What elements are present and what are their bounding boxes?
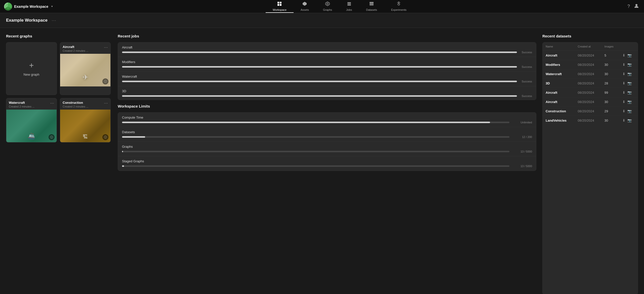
limit-datasets-name: Datasets — [122, 130, 532, 134]
recent-datasets-title: Recent datasets — [542, 34, 638, 38]
job-aircraft-bar-row: Success — [122, 51, 532, 54]
job-item-aircraft: Aircraft Success — [118, 42, 536, 57]
graph-card-construction[interactable]: Construction Created 2 minutes ... ⋯ 🏗 ⓘ — [60, 98, 111, 142]
chevron-down-icon: ▾ — [51, 5, 53, 8]
svg-marker-5 — [303, 2, 307, 6]
svg-rect-4 — [280, 4, 281, 6]
dataset-count-6: 29 — [601, 107, 620, 116]
graph-card-construction-info-button[interactable]: ⓘ — [102, 134, 108, 140]
dataset-date-6: 08/20/2024 — [575, 107, 601, 116]
dataset-count-1: 30 — [601, 60, 620, 69]
graph-card-watercraft-more-icon[interactable]: ⋯ — [50, 101, 54, 106]
datasets-col-actions — [619, 42, 638, 51]
dataset-camera-btn-4[interactable]: 📷 — [627, 90, 632, 94]
dataset-camera-btn-6[interactable]: 📷 — [627, 109, 632, 113]
job-modifiers-bar-fill — [122, 66, 517, 68]
limit-graphs-bar-row: 13 / 5000 — [122, 150, 532, 153]
graph-card-watercraft[interactable]: Watercraft Created 2 minutes ... ⋯ 🚢 ⓘ — [6, 98, 57, 142]
graph-card-watercraft-info-button[interactable]: ⓘ — [49, 134, 55, 140]
tab-jobs[interactable]: Jobs — [339, 0, 359, 13]
tab-graphs[interactable]: Graphs — [316, 0, 339, 13]
job-aircraft-status: Success — [519, 51, 532, 54]
help-icon[interactable]: ? — [627, 4, 630, 9]
limit-staged-graphs-bar-row: 13 / 5000 — [122, 165, 532, 168]
tab-experiments[interactable]: Experiments — [384, 0, 414, 13]
new-graph-label: New graph — [24, 73, 39, 76]
graphs-tab-icon — [325, 1, 330, 8]
limits-list: Compute Time Unlimited Datasets 1 — [118, 112, 536, 171]
jobs-list: Aircraft Success Modifiers Succes — [118, 42, 536, 100]
graph-card-aircraft[interactable]: Aircraft Created 2 minutes ... ⋯ ✈ ⓘ — [60, 42, 111, 95]
dataset-actions-7: ⬇ 📷 — [619, 116, 638, 125]
dataset-date-2: 08/20/2024 — [575, 69, 601, 79]
job-item-modifiers: Modifiers Success — [118, 57, 536, 72]
limit-graphs-fill — [122, 151, 123, 152]
limit-compute-time-fill — [122, 122, 490, 123]
recent-graphs-title: Recent graphs — [6, 34, 112, 38]
dataset-date-1: 08/20/2024 — [575, 60, 601, 69]
graph-card-aircraft-date: Created 2 minutes ... — [63, 49, 88, 52]
dataset-download-btn-6[interactable]: ⬇ — [622, 109, 625, 113]
recent-graphs-section: Recent graphs + New graph Aircraft Creat… — [6, 34, 112, 294]
dataset-camera-btn-5[interactable]: 📷 — [627, 100, 632, 104]
svg-rect-8 — [347, 2, 351, 3]
dataset-download-btn-4[interactable]: ⬇ — [622, 90, 625, 94]
dataset-row-3: 3D 08/20/2024 28 ⬇ 📷 — [543, 79, 638, 88]
graph-card-construction-more-icon[interactable]: ⋯ — [104, 101, 108, 106]
nav-right-actions: ? — [622, 3, 644, 10]
dataset-camera-btn-2[interactable]: 📷 — [627, 72, 632, 76]
dataset-count-0: 5 — [601, 51, 620, 60]
limit-graphs-name: Graphs — [122, 145, 532, 149]
dataset-download-btn-5[interactable]: ⬇ — [622, 100, 625, 104]
graph-card-aircraft-name: Aircraft — [63, 45, 88, 49]
graph-card-aircraft-more-icon[interactable]: ⋯ — [104, 45, 108, 50]
dataset-download-btn-7[interactable]: ⬇ — [622, 118, 625, 122]
dataset-camera-btn-0[interactable]: 📷 — [627, 53, 632, 57]
job-3d-bar-row: Success — [122, 94, 532, 97]
job-modifiers-bar-row: Success — [122, 65, 532, 68]
recent-datasets-section: Recent datasets Name Created at Images A… — [542, 34, 638, 294]
limit-staged-graphs-name: Staged Graphs — [122, 159, 532, 163]
workspace-limits-title: Workspace Limits — [118, 104, 536, 108]
dataset-row-6: Construction 08/20/2024 29 ⬇ 📷 — [543, 107, 638, 116]
svg-line-15 — [397, 2, 399, 3]
svg-rect-2 — [280, 2, 281, 4]
limit-datasets-fill — [122, 136, 145, 138]
dataset-row-1: Modifiers 08/20/2024 30 ⬇ 📷 — [543, 60, 638, 69]
dataset-actions-4: ⬇ 📷 — [619, 88, 638, 97]
job-watercraft-status: Success — [519, 80, 532, 83]
workspace-header: Example Workspace ⋯ — [0, 13, 644, 28]
limit-datasets: Datasets 12 / 200 — [118, 127, 536, 142]
dataset-download-btn-1[interactable]: ⬇ — [622, 63, 625, 67]
job-3d-name: 3D — [122, 89, 532, 93]
dataset-row-0: Aircraft 08/20/2024 5 ⬇ 📷 — [543, 51, 638, 60]
dataset-camera-btn-3[interactable]: 📷 — [627, 81, 632, 85]
dataset-date-0: 08/20/2024 — [575, 51, 601, 60]
tab-workspace[interactable]: Workspace — [266, 0, 294, 13]
dataset-row-2: Watercraft 08/20/2024 30 ⬇ 📷 — [543, 69, 638, 79]
svg-line-16 — [399, 2, 400, 3]
limit-compute-time: Compute Time Unlimited — [118, 113, 536, 127]
workspace-menu-button[interactable]: ⋯ — [52, 18, 56, 23]
dataset-download-btn-0[interactable]: ⬇ — [622, 53, 625, 57]
dataset-actions-1: ⬇ 📷 — [619, 60, 638, 69]
graph-card-aircraft-info-button[interactable]: ⓘ — [102, 78, 108, 84]
dataset-name-7: LandVehicles — [543, 116, 575, 125]
user-icon[interactable] — [634, 3, 639, 10]
limit-staged-graphs-bar — [122, 165, 509, 167]
tab-assets-label: Assets — [301, 8, 309, 11]
dataset-count-7: 30 — [601, 116, 620, 125]
new-graph-card[interactable]: + New graph — [6, 42, 57, 95]
workspace-selector[interactable]: Example Workspace ▾ — [0, 3, 57, 11]
dataset-camera-btn-1[interactable]: 📷 — [627, 63, 632, 67]
dataset-download-btn-2[interactable]: ⬇ — [622, 72, 625, 76]
tab-datasets[interactable]: Datasets — [359, 0, 384, 13]
dataset-download-btn-3[interactable]: ⬇ — [622, 81, 625, 85]
dataset-row-7: LandVehicles 08/20/2024 30 ⬇ 📷 — [543, 116, 638, 125]
job-aircraft-bar-fill — [122, 52, 517, 53]
job-watercraft-name: Watercraft — [122, 75, 532, 78]
tab-experiments-label: Experiments — [391, 8, 407, 11]
dataset-camera-btn-7[interactable]: 📷 — [627, 118, 632, 122]
tab-assets[interactable]: Assets — [294, 0, 316, 13]
nav-tabs: Workspace Assets Graphs — [57, 0, 622, 13]
